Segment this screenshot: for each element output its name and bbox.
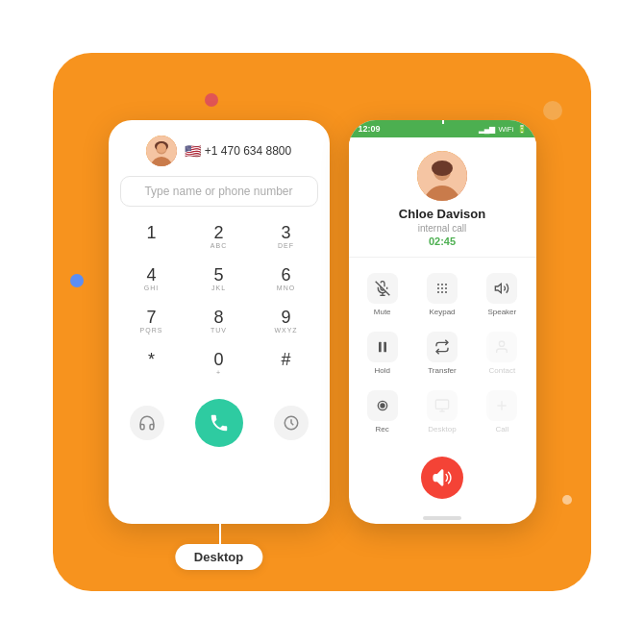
mobile-call-type: internal call (418, 223, 467, 234)
home-indicator (349, 512, 536, 524)
wifi-icon: WiFi (499, 125, 514, 134)
mobile-controls: Mute Keypad (349, 258, 536, 449)
svg-rect-22 (379, 342, 382, 353)
svg-point-19 (441, 291, 443, 293)
svg-rect-23 (384, 342, 386, 353)
transfer-icon (427, 332, 458, 362)
desktop-phone: 🇺🇸 +1 470 634 8800 Type name or phone nu… (109, 120, 330, 524)
rec-button[interactable]: Rec (353, 383, 412, 441)
dial-key-3[interactable]: 3 def (255, 218, 318, 257)
svg-point-7 (432, 161, 453, 176)
dial-key-5[interactable]: 5 jkl (187, 260, 251, 299)
contact-button[interactable]: Contact (472, 324, 532, 383)
svg-point-20 (445, 291, 447, 293)
caller-avatar (146, 136, 177, 166)
speaker-button[interactable]: Speaker (472, 265, 532, 324)
call-button[interactable] (195, 399, 243, 447)
transfer-label: Transfer (428, 366, 457, 375)
transfer-button[interactable]: Transfer (412, 324, 472, 383)
svg-point-26 (381, 404, 384, 408)
svg-point-3 (157, 143, 166, 153)
svg-point-13 (441, 284, 443, 285)
svg-point-17 (445, 287, 447, 289)
keypad-label: Keypad (429, 308, 455, 316)
hold-button[interactable]: Hold (353, 324, 412, 383)
mobile-caller-name: Chloe Davison (399, 207, 485, 221)
headset-button[interactable] (130, 406, 164, 440)
flag-number: 🇺🇸 +1 470 634 8800 (185, 143, 291, 159)
rec-label: Rec (376, 425, 389, 433)
contact-icon (486, 332, 517, 362)
mute-label: Mute (374, 308, 391, 316)
mobile-phone: Mobile 12:09 ▂▄▆ WiFi 🔋 (349, 120, 536, 524)
connector-line-desktop (219, 522, 221, 551)
status-time: 12:09 (359, 124, 381, 134)
decorative-dot-blue (70, 274, 84, 287)
orange-background: 🇺🇸 +1 470 634 8800 Type name or phone nu… (53, 53, 591, 591)
svg-point-24 (500, 341, 505, 346)
dial-key-7[interactable]: 7 pqrs (120, 303, 184, 341)
keypad-icon (427, 273, 458, 304)
dial-key-9[interactable]: 9 wxyz (255, 303, 318, 341)
dial-key-star[interactable]: * (120, 345, 184, 384)
dial-key-4[interactable]: 4 ghi (120, 260, 184, 299)
mobile-caller-area: Chloe Davison internal call 02:45 (349, 137, 536, 258)
battery-icon: 🔋 (517, 125, 527, 134)
mute-button[interactable]: Mute (353, 265, 412, 324)
decorative-dot-orange (543, 101, 562, 120)
dial-key-2[interactable]: 2 abc (187, 218, 251, 257)
end-call-button[interactable] (421, 457, 463, 499)
end-call-area (349, 449, 536, 512)
rec-icon (367, 390, 398, 421)
decorative-dot-white (562, 495, 572, 505)
hold-label: Hold (374, 366, 389, 375)
dial-key-1[interactable]: 1 (120, 218, 184, 257)
dial-key-0[interactable]: 0 + (187, 345, 251, 384)
add-call-label: Call (495, 425, 508, 433)
mobile-call-duration: 02:45 (429, 235, 456, 247)
dial-key-6[interactable]: 6 mno (255, 260, 318, 299)
desktop-ctrl-label: Desktop (428, 425, 456, 433)
caller-row: 🇺🇸 +1 470 634 8800 (120, 136, 318, 166)
contact-label: Contact (489, 366, 516, 375)
signal-icon: ▂▄▆ (479, 125, 496, 134)
mobile-caller-avatar (417, 151, 467, 201)
add-call-icon (486, 390, 517, 421)
dialpad: 1 2 abc 3 def 4 ghi 5 jkl (120, 218, 318, 384)
svg-rect-27 (435, 400, 448, 409)
caller-number: +1 470 634 8800 (205, 144, 291, 158)
connector-line-mobile (442, 120, 444, 124)
desktop-icon (427, 390, 458, 421)
mute-icon (367, 273, 398, 304)
recent-calls-button[interactable] (274, 406, 309, 440)
svg-point-12 (437, 284, 439, 285)
hold-icon (367, 332, 398, 362)
phones-container: 🇺🇸 +1 470 634 8800 Type name or phone nu… (109, 120, 536, 524)
svg-marker-21 (496, 284, 502, 292)
keypad-button[interactable]: Keypad (412, 265, 472, 324)
search-input[interactable]: Type name or phone number (120, 176, 318, 207)
speaker-label: Speaker (487, 308, 516, 316)
decorative-dot-red (205, 93, 218, 107)
svg-point-14 (445, 284, 447, 285)
svg-point-16 (441, 287, 443, 289)
flag-icon: 🇺🇸 (185, 143, 201, 159)
svg-point-15 (437, 287, 439, 289)
svg-point-18 (437, 291, 439, 293)
speaker-icon (486, 273, 517, 304)
bottom-actions (120, 399, 318, 447)
add-call-button[interactable]: Call (472, 383, 532, 441)
status-icons: ▂▄▆ WiFi 🔋 (479, 125, 527, 134)
desktop-button[interactable]: Desktop (412, 383, 472, 441)
dial-key-hash[interactable]: # (255, 345, 318, 384)
dial-key-8[interactable]: 8 tuv (187, 303, 251, 341)
home-bar (423, 516, 461, 520)
